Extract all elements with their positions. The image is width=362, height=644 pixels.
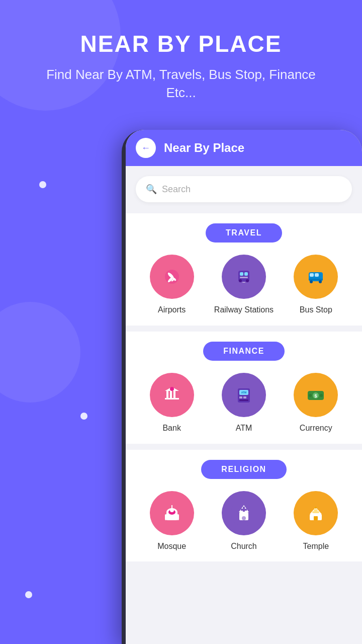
railway-label: Railway Stations [214,305,274,315]
railway-icon-circle [222,255,266,299]
airports-item[interactable]: Airports [142,255,202,315]
svg-point-28 [170,387,174,391]
bank-icon-circle [150,373,194,417]
phone-screen: ← Near By Place 🔍 Search TRAVEL [126,130,362,644]
mosque-item[interactable]: Mosque [142,491,202,552]
svg-rect-23 [166,391,168,398]
temple-item[interactable]: Temple [286,491,346,552]
church-label: Church [231,541,257,552]
app-header-title: Near By Place [164,141,244,155]
religion-items-row: Mosque [131,491,357,552]
svg-rect-25 [173,391,175,398]
currency-item[interactable]: $ Currency [286,373,346,434]
religion-header: RELIGION [131,460,357,479]
temple-icon [303,500,329,526]
church-icon-circle [222,491,266,535]
svg-rect-46 [170,508,174,512]
bank-icon [159,382,185,408]
travel-section: TRAVEL [126,213,362,326]
svg-rect-18 [309,279,323,280]
search-placeholder-text: Search [162,184,191,195]
busstop-icon-circle [294,255,338,299]
airports-icon [159,264,185,290]
svg-rect-61 [314,509,318,511]
search-container: 🔍 Search [126,166,362,207]
church-icon [231,500,257,526]
travel-header: TRAVEL [131,223,357,243]
religion-section: RELIGION [126,450,362,562]
svg-rect-9 [244,272,248,276]
svg-rect-10 [240,277,248,278]
busstop-icon [303,264,329,290]
decorative-dot-1 [39,181,46,188]
app-content: 🔍 Search TRAVEL [126,166,362,644]
currency-icon-circle: $ [294,373,338,417]
svg-rect-55 [242,516,246,520]
currency-label: Currency [300,423,332,434]
svg-rect-59 [314,516,318,520]
atm-item[interactable]: ATM ATM [214,373,274,434]
church-item[interactable]: Church [214,491,274,552]
phone-mockup: ← Near By Place 🔍 Search TRAVEL [122,130,362,644]
back-arrow-icon: ← [141,143,150,153]
finance-header: FINANCE [131,342,357,361]
temple-label: Temple [303,541,329,552]
religion-badge: RELIGION [201,460,286,479]
temple-icon-circle [294,491,338,535]
finance-items-row: Bank [131,373,357,434]
busstop-label: Bus Stop [300,305,332,315]
finance-section: FINANCE [126,332,362,444]
svg-rect-47 [171,505,172,508]
svg-text:ATM: ATM [241,391,246,394]
mosque-label: Mosque [157,541,186,552]
airports-label: Airports [158,305,186,315]
decorative-dot-3 [25,591,32,598]
svg-point-12 [246,279,249,282]
svg-point-11 [239,279,242,282]
atm-icon-circle: ATM [222,373,266,417]
svg-rect-48 [165,514,167,520]
mosque-icon [159,500,185,526]
atm-label: ATM [236,423,252,434]
svg-rect-26 [165,398,179,399]
svg-rect-13 [242,282,245,283]
search-bar[interactable]: 🔍 Search [136,176,352,202]
svg-point-41 [320,394,323,397]
airports-icon-circle [150,255,194,299]
app-header: ← Near By Place [126,130,362,166]
svg-rect-49 [177,514,179,520]
busstop-item[interactable]: Bus Stop [286,255,346,315]
bank-item[interactable]: Bank [142,373,202,434]
finance-badge: FINANCE [203,342,285,361]
svg-rect-33 [243,396,246,398]
svg-rect-32 [239,396,242,398]
atm-icon: ATM [231,382,257,408]
svg-rect-60 [312,511,319,513]
bank-label: Bank [162,423,180,434]
travel-items-row: Airports [131,255,357,315]
svg-rect-8 [240,272,243,276]
svg-point-20 [319,280,322,283]
svg-point-62 [315,507,317,509]
back-button[interactable]: ← [136,138,156,158]
svg-rect-24 [170,391,172,398]
railway-icon [231,264,257,290]
svg-rect-17 [315,273,319,277]
search-icon: 🔍 [146,184,157,195]
svg-point-40 [309,394,312,397]
svg-rect-34 [239,399,248,401]
railway-item[interactable]: Railway Stations [214,255,274,315]
currency-icon: $ [303,382,329,408]
svg-rect-54 [241,509,247,511]
svg-point-19 [310,280,313,283]
svg-text:$: $ [315,393,317,398]
mosque-icon-circle [150,491,194,535]
travel-badge: TRAVEL [206,223,282,243]
svg-rect-16 [310,273,314,277]
decorative-dot-2 [80,413,87,420]
